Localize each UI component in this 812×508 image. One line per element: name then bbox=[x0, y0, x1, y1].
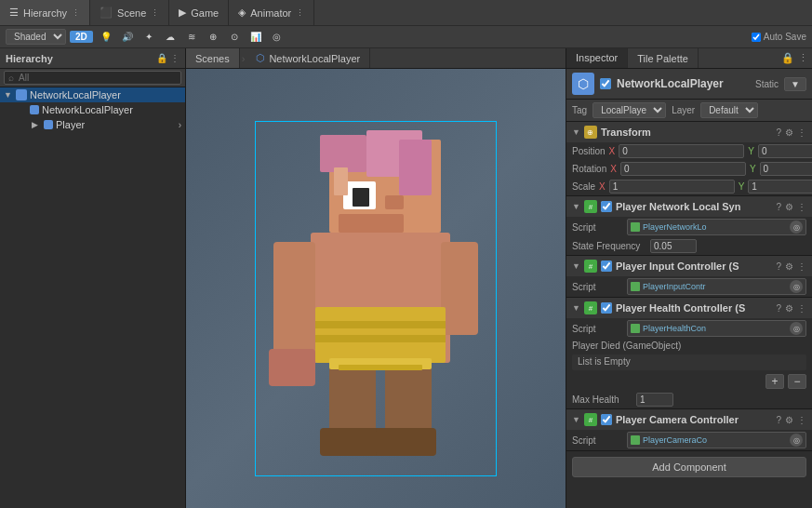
network-action-icons: ? ⚙ ⋮ bbox=[776, 202, 806, 212]
input-component-name: Player Input Controller (S bbox=[616, 261, 773, 272]
tile-palette-label: Tile Palette bbox=[637, 53, 688, 64]
input-script-select-btn[interactable]: ◎ bbox=[790, 280, 803, 293]
scale-y-input[interactable] bbox=[748, 180, 812, 194]
input-help-icon[interactable]: ? bbox=[776, 261, 781, 272]
breadcrumb-separator: › bbox=[242, 53, 246, 64]
transform-component: ▼ ⊕ Transform ? ⚙ ⋮ Position X Y bbox=[566, 122, 812, 196]
network-component-header[interactable]: ▼ # Player Network Local Syn ? ⚙ ⋮ bbox=[566, 196, 812, 217]
no-arrow-icon: ▶ bbox=[18, 105, 27, 114]
transform-header[interactable]: ▼ ⊕ Transform ? ⚙ ⋮ bbox=[566, 122, 812, 142]
add-component-button[interactable]: Add Component bbox=[572, 457, 806, 477]
network-script-select-btn[interactable]: ◎ bbox=[790, 221, 803, 234]
tab-game-label: Game bbox=[191, 7, 219, 19]
expand-right-icon: › bbox=[179, 120, 181, 130]
scene-menu-icon[interactable]: ⋮ bbox=[151, 8, 159, 18]
hierarchy-title: Hierarchy bbox=[6, 53, 53, 64]
camera-more-icon[interactable]: ⋮ bbox=[797, 415, 806, 425]
transform-help-icon[interactable]: ? bbox=[776, 127, 781, 138]
hierarchy-menu-dots-icon[interactable]: ⋮ bbox=[170, 53, 180, 63]
hierarchy-search-input[interactable] bbox=[4, 71, 181, 85]
max-health-input[interactable] bbox=[636, 393, 673, 407]
scale-x-input[interactable] bbox=[609, 180, 735, 194]
tab-animator-label: Animator bbox=[250, 7, 291, 19]
position-x-label: X bbox=[609, 146, 616, 156]
skybox-icon[interactable]: ☁ bbox=[161, 29, 180, 46]
camera-component-checkbox[interactable] bbox=[601, 414, 612, 425]
network-more-icon[interactable]: ⋮ bbox=[797, 202, 806, 212]
tab-tile-palette[interactable]: Tile Palette bbox=[628, 48, 699, 68]
hierarchy-lock-icon[interactable]: 🔒 bbox=[156, 53, 167, 63]
hierarchy-menu-icon[interactable]: ⋮ bbox=[72, 8, 80, 18]
object-icon: ⬡ bbox=[572, 73, 594, 95]
inspector-lock-icon[interactable]: 🔒 bbox=[781, 52, 794, 64]
audio-icon[interactable]: 🔊 bbox=[118, 29, 137, 46]
input-more-icon[interactable]: ⋮ bbox=[797, 261, 806, 272]
search-scene-icon[interactable]: ⊙ bbox=[225, 29, 244, 46]
input-component-checkbox[interactable] bbox=[601, 261, 612, 272]
tab-scenes[interactable]: Scenes bbox=[186, 48, 240, 68]
rotation-y-input[interactable] bbox=[760, 162, 812, 176]
character-svg bbox=[255, 121, 497, 475]
rotation-x-input[interactable] bbox=[620, 162, 746, 176]
shading-dropdown[interactable]: Shaded bbox=[6, 29, 66, 45]
list-item[interactable]: ▼ NetworkLocalPlayer bbox=[0, 87, 185, 102]
position-x-input[interactable] bbox=[619, 144, 744, 158]
health-component-checkbox[interactable] bbox=[601, 302, 612, 314]
fog-icon[interactable]: ≋ bbox=[182, 29, 201, 46]
tab-animator[interactable]: ◈ Animator ⋮ bbox=[229, 0, 314, 25]
tab-scene[interactable]: ⬛ Scene ⋮ bbox=[90, 0, 169, 25]
tab-game[interactable]: ▶ Game bbox=[169, 0, 229, 25]
player-died-label: Player Died (GameObject) bbox=[572, 341, 806, 351]
layer-dropdown[interactable]: Default bbox=[700, 102, 758, 118]
anim-icon[interactable]: ⊕ bbox=[204, 29, 222, 46]
camera-help-icon[interactable]: ? bbox=[776, 415, 781, 425]
tag-dropdown[interactable]: LocalPlaye bbox=[592, 102, 666, 118]
tab-network-local-player[interactable]: ⬡ NetworkLocalPlayer bbox=[246, 48, 370, 68]
camera-script-select-btn[interactable]: ◎ bbox=[790, 434, 803, 447]
scene-canvas[interactable] bbox=[186, 69, 566, 508]
svg-rect-9 bbox=[273, 242, 315, 354]
transform-more-icon[interactable]: ⋮ bbox=[797, 127, 806, 138]
static-dropdown-button[interactable]: ▼ bbox=[784, 77, 806, 91]
health-script-label: Script bbox=[572, 324, 623, 334]
2d-button[interactable]: 2D bbox=[70, 31, 93, 43]
camera-settings-icon[interactable]: ⚙ bbox=[785, 415, 793, 425]
health-script-select-btn[interactable]: ◎ bbox=[790, 322, 803, 335]
network-script-row: Script PlayerNetworkLo ◎ bbox=[566, 217, 812, 237]
stats-icon[interactable]: 📊 bbox=[246, 29, 265, 46]
tab-hierarchy[interactable]: ☰ Hierarchy ⋮ bbox=[0, 0, 90, 25]
network-settings-icon[interactable]: ⚙ bbox=[785, 202, 793, 212]
camera-component-header[interactable]: ▼ # Player Camera Controller ? ⚙ ⋮ bbox=[566, 409, 812, 430]
health-settings-icon[interactable]: ⚙ bbox=[785, 303, 793, 314]
list-remove-button[interactable]: − bbox=[788, 374, 806, 389]
network-component-checkbox[interactable] bbox=[601, 201, 612, 212]
list-item[interactable]: ▶ NetworkLocalPlayer bbox=[0, 102, 185, 117]
position-y-input[interactable] bbox=[758, 144, 812, 158]
input-script-value: PlayerInputContr ◎ bbox=[627, 278, 806, 295]
state-freq-input[interactable] bbox=[650, 239, 697, 253]
list-item[interactable]: ▶ Player › bbox=[0, 117, 185, 132]
autosave-checkbox[interactable] bbox=[752, 33, 761, 42]
transform-icon: ⊕ bbox=[584, 126, 597, 139]
svg-rect-14 bbox=[315, 335, 446, 342]
static-label: Static bbox=[755, 79, 779, 89]
health-component-header[interactable]: ▼ # Player Health Controller (S ? ⚙ ⋮ bbox=[566, 298, 812, 318]
transform-settings-icon[interactable]: ⚙ bbox=[785, 127, 793, 138]
gizmos-icon[interactable]: ◎ bbox=[268, 29, 286, 46]
input-settings-icon[interactable]: ⚙ bbox=[785, 261, 793, 272]
network-help-icon[interactable]: ? bbox=[776, 202, 781, 212]
health-help-icon[interactable]: ? bbox=[776, 303, 781, 314]
scale-label: Scale bbox=[572, 181, 595, 192]
health-more-icon[interactable]: ⋮ bbox=[797, 303, 806, 314]
list-add-button[interactable]: + bbox=[765, 374, 784, 389]
top-bar: ☰ Hierarchy ⋮ ⬛ Scene ⋮ ▶ Game ◈ Animato… bbox=[0, 0, 812, 26]
fx-icon[interactable]: ✦ bbox=[140, 29, 158, 46]
object-active-checkbox[interactable] bbox=[600, 78, 611, 89]
tab-inspector[interactable]: Inspector bbox=[566, 48, 628, 68]
animator-menu-icon[interactable]: ⋮ bbox=[296, 8, 304, 18]
inspector-menu-icon[interactable]: ⋮ bbox=[798, 52, 808, 64]
rotation-x-label: X bbox=[610, 164, 617, 174]
lighting-icon[interactable]: 💡 bbox=[97, 29, 115, 46]
svg-rect-3 bbox=[399, 140, 432, 195]
input-component-header[interactable]: ▼ # Player Input Controller (S ? ⚙ ⋮ bbox=[566, 256, 812, 276]
